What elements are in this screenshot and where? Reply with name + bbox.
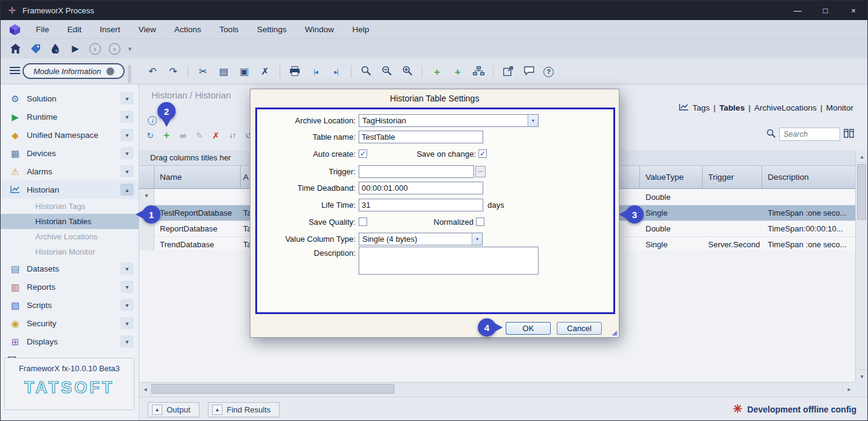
- vertical-scrollbar[interactable]: ▴ ▾: [855, 150, 868, 382]
- chevron-down-icon[interactable]: ▾: [120, 111, 134, 123]
- ok-button[interactable]: OK: [506, 322, 551, 335]
- chevron-down-icon[interactable]: ▾: [120, 281, 134, 293]
- sidebar-item-historian-tables[interactable]: Historian Tables: [1, 214, 139, 229]
- sidebar-item-security[interactable]: ◉ Security ▾: [1, 314, 139, 332]
- sidebar-item-scripts[interactable]: ▧ Scripts ▾: [1, 296, 139, 314]
- module-search-input[interactable]: [32, 66, 106, 77]
- tab-output[interactable]: ▲ Output: [148, 402, 199, 417]
- chevron-down-icon[interactable]: ▾: [120, 165, 134, 177]
- menu-file[interactable]: File: [27, 20, 58, 38]
- tab-monitor[interactable]: Monitor: [826, 103, 853, 112]
- column-header-description[interactable]: Description: [762, 166, 855, 188]
- minimize-button[interactable]: —: [784, 1, 811, 20]
- normalized-checkbox[interactable]: [476, 217, 484, 226]
- comment-icon[interactable]: [523, 66, 535, 77]
- resize-grip-icon[interactable]: ◢: [612, 329, 617, 337]
- tab-find-results[interactable]: ▲ Find Results: [208, 402, 280, 417]
- add-tag-icon[interactable]: +: [431, 67, 443, 77]
- chevron-down-icon[interactable]: ▾: [120, 317, 134, 329]
- add-row-icon[interactable]: +: [162, 130, 171, 140]
- table-name-input[interactable]: [359, 131, 483, 143]
- trigger-input[interactable]: [359, 165, 474, 178]
- dialog-title[interactable]: Historian Table Settings: [250, 89, 619, 108]
- sidebar-item-datasets[interactable]: ▤ Datasets ▾: [1, 259, 139, 278]
- sidebar-item-solution[interactable]: ⚙ Solution ▾: [1, 89, 139, 108]
- scroll-right-icon[interactable]: ▸: [842, 383, 855, 395]
- menu-window[interactable]: Window: [295, 20, 343, 38]
- maximize-button[interactable]: □: [811, 1, 839, 20]
- column-chooser-icon[interactable]: [844, 129, 854, 140]
- sidebar-item-historian-monitor[interactable]: Historian Monitor: [1, 244, 139, 259]
- cancel-button[interactable]: Cancel: [557, 322, 602, 335]
- print-icon[interactable]: [289, 66, 301, 78]
- menu-actions[interactable]: Actions: [165, 20, 210, 38]
- chevron-down-icon[interactable]: ▾: [120, 92, 134, 104]
- chevron-down-icon[interactable]: ▾: [120, 335, 134, 347]
- description-input[interactable]: [359, 247, 539, 275]
- horizontal-scrollbar-thumb[interactable]: [151, 384, 394, 394]
- tab-tags[interactable]: Tags: [692, 103, 710, 112]
- cut-icon[interactable]: ✂: [197, 67, 209, 77]
- column-header-valuetype[interactable]: ValueType: [640, 166, 703, 188]
- sidebar-item-runtime[interactable]: ▶ Runtime ▾: [1, 108, 139, 126]
- search-input[interactable]: [779, 128, 840, 141]
- sidebar-item-reports[interactable]: ▥ Reports ▾: [1, 278, 139, 296]
- module-search-pill[interactable]: [22, 63, 125, 79]
- tab-tables[interactable]: Tables: [719, 103, 745, 112]
- navigate-forward-icon[interactable]: ›: [109, 43, 120, 55]
- navigate-back-icon[interactable]: ‹: [89, 43, 101, 55]
- go-first-icon[interactable]: |◂: [309, 69, 322, 75]
- add-tags-bulk-icon[interactable]: +: [452, 67, 464, 77]
- edit-pencil-icon[interactable]: ✎: [195, 131, 204, 140]
- delete-icon[interactable]: ✗: [259, 67, 271, 77]
- value-column-type-select[interactable]: Single (4 bytes) ▾: [359, 233, 483, 245]
- close-button[interactable]: ×: [839, 1, 867, 20]
- save-on-change-checkbox[interactable]: ✓: [478, 149, 487, 158]
- column-header-trigger[interactable]: Trigger: [703, 166, 762, 188]
- time-deadband-input[interactable]: [359, 182, 483, 194]
- paste-icon[interactable]: ▣: [238, 67, 250, 77]
- sidebar-item-devices[interactable]: ▦ Devices ▾: [1, 144, 139, 162]
- sidebar-item-alarms[interactable]: ⚠ Alarms ▾: [1, 162, 139, 180]
- scroll-up-icon[interactable]: ▴: [856, 150, 868, 163]
- save-quality-checkbox[interactable]: [359, 217, 367, 226]
- redo-icon[interactable]: ↷: [167, 67, 179, 77]
- auto-create-checkbox[interactable]: ✓: [359, 149, 367, 158]
- chevron-down-icon[interactable]: ▾: [472, 233, 482, 245]
- chevron-down-icon[interactable]: ▾: [120, 129, 134, 141]
- open-external-icon[interactable]: [502, 66, 514, 78]
- life-time-input[interactable]: [359, 199, 483, 211]
- refresh-icon[interactable]: ↻: [145, 131, 155, 140]
- run-icon[interactable]: ▶: [69, 43, 81, 55]
- ink-icon[interactable]: [49, 43, 61, 55]
- sidebar-item-historian[interactable]: Historian ▴: [1, 180, 139, 199]
- scroll-left-icon[interactable]: ◂: [139, 383, 152, 395]
- delete-row-icon[interactable]: ✗: [211, 131, 221, 140]
- chevron-down-icon[interactable]: ▾: [120, 262, 134, 275]
- vertical-scrollbar-thumb[interactable]: [857, 164, 866, 220]
- history-dropdown-icon[interactable]: ▾: [128, 45, 132, 53]
- panel-expand-icon[interactable]: ▲: [152, 405, 162, 415]
- menu-edit[interactable]: Edit: [58, 20, 91, 38]
- sidebar-item-unified-namespace[interactable]: ◆ Unified Namespace ▾: [1, 126, 139, 144]
- sort-icon[interactable]: ↓↑: [227, 132, 237, 139]
- menu-help[interactable]: Help: [343, 20, 378, 38]
- column-header-name[interactable]: Name: [154, 166, 241, 188]
- help-icon[interactable]: ?: [543, 67, 554, 77]
- menu-settings[interactable]: Settings: [248, 20, 296, 38]
- chevron-down-icon[interactable]: ▾: [120, 147, 134, 159]
- menu-view[interactable]: View: [129, 20, 165, 38]
- zoom-in-icon[interactable]: [401, 66, 413, 78]
- sidebar-scrollbar-thumb[interactable]: [128, 65, 131, 83]
- chevron-down-icon[interactable]: ▾: [528, 115, 538, 126]
- tag-icon[interactable]: [29, 43, 41, 55]
- copy-icon[interactable]: ▤: [218, 67, 230, 77]
- module-search-clear-icon[interactable]: [106, 67, 114, 75]
- chevron-down-icon[interactable]: ▾: [120, 299, 134, 311]
- undo-icon[interactable]: ↶: [146, 67, 159, 77]
- home-icon[interactable]: [9, 43, 21, 55]
- sidebar-item-displays[interactable]: ⊞ Displays ▾: [1, 332, 139, 351]
- horizontal-scrollbar[interactable]: ◂ ▸: [139, 382, 855, 395]
- tab-archivelocations[interactable]: ArchiveLocations: [754, 103, 817, 112]
- panel-expand-icon[interactable]: ▲: [212, 405, 222, 415]
